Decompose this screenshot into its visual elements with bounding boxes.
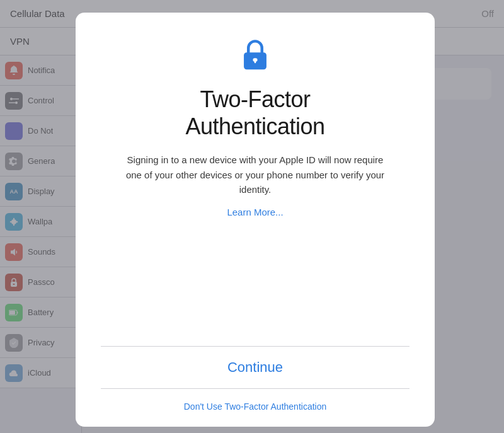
modal-title: Two-FactorAuthentication bbox=[185, 86, 324, 140]
modal-description: Signing in to a new device with your App… bbox=[123, 153, 387, 197]
learn-more-link[interactable]: Learn More... bbox=[227, 207, 283, 217]
lock-icon bbox=[239, 38, 272, 76]
continue-button[interactable]: Continue bbox=[101, 347, 410, 388]
dont-use-button[interactable]: Don't Use Two-Factor Authentication bbox=[101, 389, 410, 427]
two-factor-auth-modal: Two-FactorAuthentication Signing in to a… bbox=[76, 13, 435, 427]
svg-rect-15 bbox=[255, 61, 256, 63]
